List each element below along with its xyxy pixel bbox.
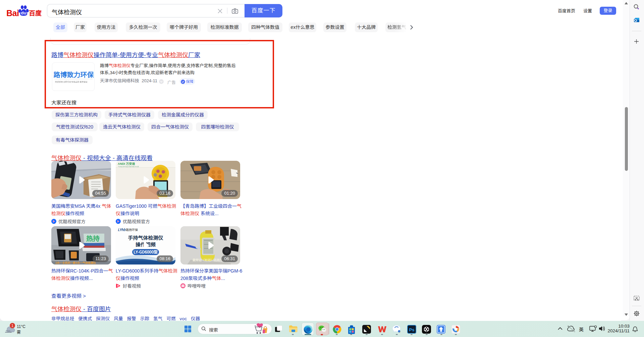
svg-text:热持: 热持 — [86, 233, 100, 243]
svg-text:气体检测环境监测整体解决方案: 气体检测环境监测整体解决方案 — [118, 166, 139, 167]
svg-text:LYhb: LYhb — [118, 227, 126, 232]
svg-text:路扬环保: 路扬环保 — [126, 228, 138, 232]
svg-text:ANDI 万安迪: ANDI 万安迪 — [118, 162, 135, 165]
svg-text:Ps: Ps — [409, 327, 415, 332]
svg-text:du: du — [21, 10, 26, 15]
svg-text:手持气体检测仪: 手持气体检测仪 — [128, 234, 163, 241]
svg-text:2合一主机的一款4合一气体检测仪: 2合一主机的一款4合一气体检测仪 — [55, 261, 96, 264]
